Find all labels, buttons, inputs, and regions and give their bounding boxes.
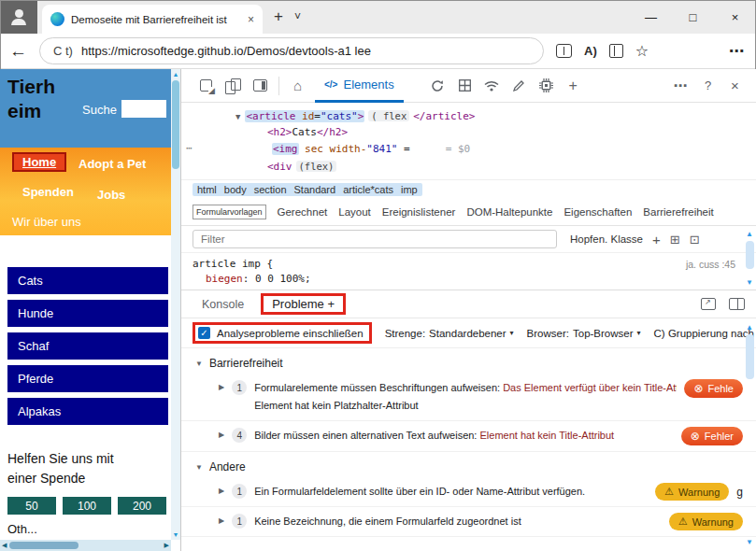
include-issues-checkbox[interactable]: ✓ [198, 327, 210, 339]
expand-icon[interactable]: ▶ [219, 487, 224, 495]
donate-200-button[interactable]: 200 [118, 497, 166, 515]
dom-node-div[interactable]: <div(flex) [181, 158, 756, 175]
devtools-close-icon[interactable]: × [721, 69, 749, 103]
scrollbar-thumb[interactable] [746, 334, 754, 379]
collapse-icon[interactable]: ▼ [195, 360, 203, 368]
help-icon[interactable]: ? [694, 69, 721, 103]
new-tab-button[interactable]: + [274, 7, 283, 26]
devtools-more-icon[interactable]: ⋯ [667, 69, 694, 103]
breadcrumb-html[interactable]: html [197, 184, 217, 195]
scrollbar-thumb[interactable] [746, 241, 754, 269]
grid-toggle-icon[interactable]: ⊞ [670, 233, 680, 247]
scrollbar-thumb[interactable] [9, 542, 78, 549]
category-button-hunde[interactable]: Hunde [7, 300, 168, 327]
scroll-left-icon[interactable]: ◀ [2, 542, 7, 549]
scroll-down-icon[interactable]: ▼ [746, 278, 753, 288]
maximize-button[interactable]: □ [672, 0, 714, 34]
window-close-button[interactable]: × [714, 0, 756, 34]
tab-ereignislistener[interactable]: Ereignislistener [382, 206, 456, 218]
issues-scrollbar[interactable]: ▲ ▼ [744, 323, 755, 547]
category-button-alpakas[interactable]: Alpakas [7, 398, 168, 425]
scroll-up-icon[interactable]: ▲ [173, 70, 179, 78]
expand-icon[interactable]: ▶ [219, 431, 224, 439]
expand-icon[interactable]: ▶ [219, 516, 224, 525]
scroll-down-icon[interactable]: ▼ [746, 538, 753, 547]
collapse-icon[interactable]: ▼ [195, 463, 203, 472]
tab-list-chevron-icon[interactable]: ˅ [294, 10, 301, 23]
feedback-icon[interactable] [701, 298, 716, 310]
category-button-pferde[interactable]: Pferde [7, 365, 168, 392]
tab-elements[interactable]: </> Elements [315, 69, 404, 103]
back-button[interactable]: ← [9, 41, 27, 62]
scroll-up-icon[interactable]: ▲ [746, 323, 753, 332]
dom-node-article[interactable]: ▼<article id="cats">( flex</article> [181, 107, 756, 124]
browser-more-icon[interactable]: ⋯ [729, 42, 745, 60]
breadcrumb-body[interactable]: body [224, 184, 247, 195]
url-prefix-icons[interactable]: C t) [53, 44, 73, 58]
refresh-icon[interactable] [424, 69, 451, 103]
tab-close-icon[interactable]: × [248, 13, 254, 26]
tab-layout[interactable]: Layout [338, 206, 371, 218]
group-by-kind-checkbox[interactable]: C) Gruppierung nach Art [654, 328, 756, 339]
scroll-right-icon[interactable]: ▶ [164, 542, 169, 549]
category-button-schaf[interactable]: Schaf [7, 332, 168, 360]
expand-panel-icon[interactable] [729, 298, 745, 310]
css-selector[interactable]: article imp { [193, 258, 756, 270]
new-style-rule-icon[interactable]: + [652, 232, 661, 247]
category-button-cats[interactable]: Cats [7, 267, 168, 294]
favorite-star-icon[interactable]: ☆ [635, 42, 649, 60]
nav-adopt-link[interactable]: Adopt a Pet [78, 157, 146, 171]
tab-konsole[interactable]: Konsole [202, 298, 244, 311]
tab-formatvorlagen[interactable]: Formularvorlagen [193, 205, 266, 219]
flex-badge[interactable]: (flex) [296, 161, 337, 172]
cpu-icon[interactable] [533, 69, 560, 103]
breadcrumb-article-cats[interactable]: article*cats [343, 184, 393, 195]
hov-cls-label[interactable]: Hopfen. Klasse [570, 233, 643, 245]
computed-pane-icon[interactable]: ⊡ [690, 233, 700, 247]
nav-about-link[interactable]: Wir über uns [12, 215, 81, 229]
scrollbar-thumb[interactable] [172, 80, 179, 169]
expand-icon[interactable]: ▶ [219, 383, 224, 391]
tab-probleme-highlighted[interactable]: Probleme + [261, 293, 346, 315]
issue-row-form-id[interactable]: ▶ 1 Ein Formularfeldelement sollte über … [181, 477, 756, 507]
dom-node-h2[interactable]: <h2>Cats</h2> [181, 124, 756, 141]
section-andere[interactable]: ▼ Andere [181, 457, 756, 477]
nav-home-link[interactable]: Home [12, 152, 66, 172]
profile-button[interactable] [0, 0, 37, 34]
section-barrierefreiheit[interactable]: ▼ Barrierefreiheit [181, 353, 756, 374]
scroll-down-icon[interactable]: ▼ [173, 530, 179, 539]
dom-more-icon[interactable]: ⋯ [186, 142, 193, 154]
page-vertical-scrollbar[interactable]: ▲ ▼ [171, 69, 180, 540]
severity-dropdown[interactable]: Strenge: Standardebener ▾ [385, 328, 514, 339]
flex-badge[interactable]: ( flex [368, 110, 409, 121]
styles-filter-input[interactable] [193, 230, 557, 248]
site-search-input[interactable] [121, 100, 166, 118]
tab-eigenschaften[interactable]: Eigenschaften [563, 206, 632, 218]
grid-icon[interactable] [451, 69, 478, 103]
issue-row-no-label[interactable]: ▶ 1 Keine Bezeichnung, die einem Formula… [181, 507, 756, 537]
donate-50-button[interactable]: 50 [7, 497, 56, 515]
breadcrumb-standard[interactable]: Standard [294, 184, 336, 195]
collections-icon[interactable] [609, 44, 623, 58]
donate-100-button[interactable]: 100 [63, 497, 111, 515]
url-input[interactable]: C t) https://microsoftedge.github.io/Dem… [39, 37, 544, 64]
device-emulation-button[interactable] [220, 69, 247, 103]
issue-row-form-labels[interactable]: ▶ 1 Formularelemente müssen Beschriftung… [181, 374, 756, 421]
read-aloud-icon[interactable]: A) [584, 44, 597, 58]
tab-gerechnet[interactable]: Gerechnet [278, 206, 328, 218]
tab-dom-haltepunkte[interactable]: DOM-Haltepunkte [466, 206, 552, 218]
css-source-link[interactable]: ja. cuss :45 [686, 259, 735, 270]
split-screen-icon[interactable] [556, 44, 572, 58]
dom-node-img[interactable]: <img sec width-"841" == $0 [181, 141, 756, 158]
browser-tab[interactable]: Demoseite mit Barrierefreiheit ist × [42, 5, 263, 34]
breadcrumb-imp[interactable]: imp [401, 184, 418, 195]
breadcrumb-section[interactable]: section [254, 184, 287, 195]
network-conditions-wifi-icon[interactable] [478, 69, 506, 103]
scroll-up-icon[interactable]: ▲ [746, 230, 753, 239]
inspect-element-button[interactable] [193, 69, 220, 103]
css-declaration[interactable]: biegen: 0 0 100%; [193, 273, 756, 285]
home-icon[interactable]: ⌂ [284, 69, 311, 103]
nav-jobs-link[interactable]: Jobs [97, 188, 125, 202]
collapse-icon[interactable]: ▼ [235, 112, 240, 121]
pen-icon[interactable] [506, 69, 533, 103]
